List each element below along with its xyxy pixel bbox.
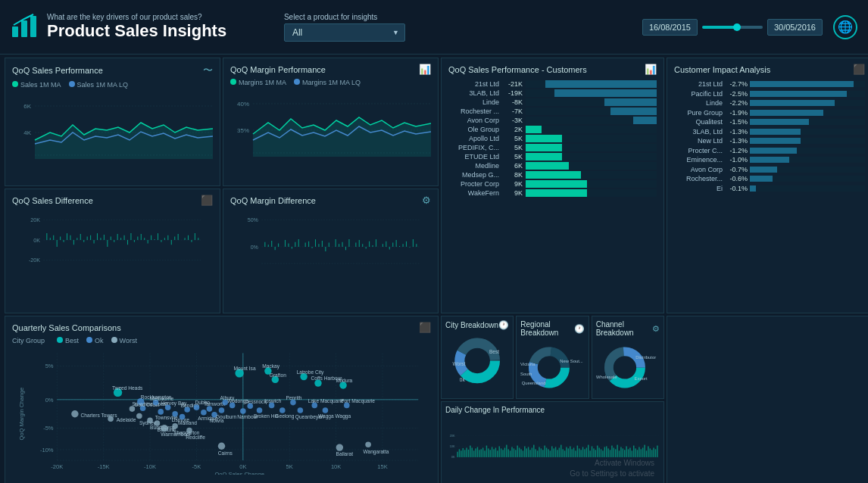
panel-title: QoQ Margin Performance 📊: [230, 64, 431, 75]
svg-rect-279: [488, 448, 489, 457]
daily-change-panel: Daily Change In Performance 20K 10K 0K: [441, 401, 664, 483]
svg-text:Ipswich: Ipswich: [264, 398, 281, 404]
svg-text:10K: 10K: [331, 463, 341, 470]
svg-rect-303: [532, 447, 532, 457]
list-item: Rochester... -0.6%: [674, 175, 865, 182]
svg-point-201: [248, 404, 254, 410]
svg-rect-322: [566, 447, 567, 457]
city-donut: Worst Best 0k: [445, 334, 509, 387]
sales-perf-chart: 6K 4K: [12, 91, 213, 159]
svg-rect-290: [508, 449, 509, 457]
svg-rect-324: [570, 447, 570, 457]
svg-rect-281: [492, 447, 492, 457]
svg-rect-287: [502, 450, 503, 457]
svg-text:Mildura: Mildura: [336, 378, 353, 383]
svg-text:5%: 5%: [45, 363, 54, 369]
svg-text:QoQ Margin Change: QoQ Margin Change: [18, 388, 25, 441]
svg-rect-0: [12, 26, 18, 37]
svg-point-199: [240, 408, 246, 414]
product-select[interactable]: All: [284, 23, 405, 42]
svg-point-167: [365, 442, 371, 448]
svg-point-175: [158, 409, 164, 415]
svg-text:5K: 5K: [286, 463, 293, 470]
dashboard-main: QoQ Sales Performance 〜 Sales 1M MA Sale…: [0, 55, 868, 483]
svg-rect-356: [628, 449, 629, 457]
globe-icon[interactable]: 🌐: [833, 15, 857, 39]
svg-text:Mackay: Mackay: [262, 363, 279, 369]
svg-text:0K: 0K: [451, 456, 455, 459]
list-item: Medline 6K: [448, 162, 657, 170]
svg-rect-298: [523, 450, 523, 457]
svg-rect-295: [517, 446, 517, 457]
list-item: Medsep G... 8K: [448, 171, 657, 179]
svg-rect-346: [610, 450, 610, 457]
list-item: ETUDE Ltd 5K: [448, 153, 657, 160]
svg-point-155: [155, 420, 161, 426]
svg-rect-328: [577, 446, 578, 457]
svg-rect-338: [595, 450, 596, 457]
svg-rect-371: [655, 449, 656, 457]
legend: Margins 1M MA Margins 1M MA LQ: [230, 79, 431, 86]
margin-perf-chart: 40% 35%: [230, 89, 431, 157]
svg-rect-316: [555, 447, 556, 457]
svg-point-161: [186, 428, 192, 434]
qoq-margin-performance-panel: QoQ Margin Performance 📊 Margins 1M MA M…: [223, 58, 439, 186]
svg-point-181: [180, 414, 186, 420]
list-item: Avon Corp -3K: [448, 117, 657, 124]
header-title: Product Sales Insights: [47, 21, 269, 41]
svg-rect-311: [546, 447, 547, 457]
list-item: Rochester ... -7K: [448, 108, 657, 115]
svg-point-179: [172, 411, 178, 417]
svg-point-163: [218, 443, 225, 450]
margin-diff-chart: 50% 0%: [230, 210, 431, 270]
sales-diff-chart: 20K 0K -20K: [12, 210, 213, 270]
svg-point-185: [194, 404, 200, 410]
list-item: 3LAB, Ltd -19K: [448, 89, 657, 97]
customer-impact-panel: Customer Impact Analysis ⬛ 21st Ltd -2.7…: [667, 58, 868, 313]
svg-point-215: [323, 407, 329, 413]
svg-rect-282: [493, 449, 494, 457]
svg-text:Best: Best: [489, 349, 499, 354]
svg-text:Penrith: Penrith: [286, 395, 302, 400]
panel-title: QoQ Sales Difference ⬛: [12, 195, 213, 206]
svg-rect-323: [568, 448, 569, 457]
svg-rect-339: [597, 446, 598, 457]
qoq-sales-performance-panel: QoQ Sales Performance 〜 Sales 1M MA Sale…: [5, 58, 220, 186]
header-text: What are the key drivers of our product …: [47, 13, 269, 41]
date-start[interactable]: 16/08/2015: [642, 19, 698, 36]
svg-rect-358: [632, 450, 632, 457]
legend-item-2: Margins 1M MA LQ: [294, 79, 361, 86]
svg-text:Ballarat: Ballarat: [336, 451, 354, 457]
svg-rect-349: [615, 449, 616, 457]
list-item: 21st Ltd -2.7%: [674, 80, 865, 88]
channel-breakdown-panel: Channel Breakdown ⚙ Distributor Wholesal…: [592, 316, 664, 399]
clock-icon: 🕐: [574, 324, 585, 334]
svg-rect-301: [528, 447, 529, 457]
list-item: Linde -2.2%: [674, 99, 865, 107]
svg-point-145: [71, 410, 78, 417]
panel-title: QoQ Margin Difference ⚙: [230, 195, 431, 206]
quarterly-sales-panel: Quarterly Sales Comparisons ⬛ City Group…: [5, 316, 439, 483]
list-item: Avon Corp -0.7%: [674, 166, 865, 173]
svg-text:Worst: Worst: [452, 361, 465, 366]
svg-point-197: [229, 403, 236, 409]
svg-rect-350: [617, 445, 617, 457]
svg-rect-309: [542, 450, 543, 457]
svg-rect-365: [644, 445, 645, 457]
date-slider[interactable]: [702, 26, 763, 29]
svg-rect-280: [490, 450, 491, 457]
svg-rect-297: [520, 449, 521, 457]
date-end[interactable]: 30/05/2016: [767, 19, 823, 36]
product-select-wrapper[interactable]: All: [284, 23, 405, 42]
svg-point-195: [219, 407, 225, 413]
svg-rect-307: [539, 447, 539, 457]
svg-point-157: [161, 425, 167, 432]
svg-text:Wagga Wagga: Wagga Wagga: [318, 413, 351, 419]
settings-icon: ⚙: [422, 195, 431, 206]
legend: Sales 1M MA Sales 1M MA LQ: [12, 81, 213, 89]
svg-text:-20K: -20K: [29, 257, 40, 263]
svg-point-159: [172, 423, 178, 429]
svg-text:35%: 35%: [237, 127, 249, 134]
svg-text:Cessnock: Cessnock: [245, 399, 267, 404]
svg-text:15K: 15K: [377, 463, 387, 470]
